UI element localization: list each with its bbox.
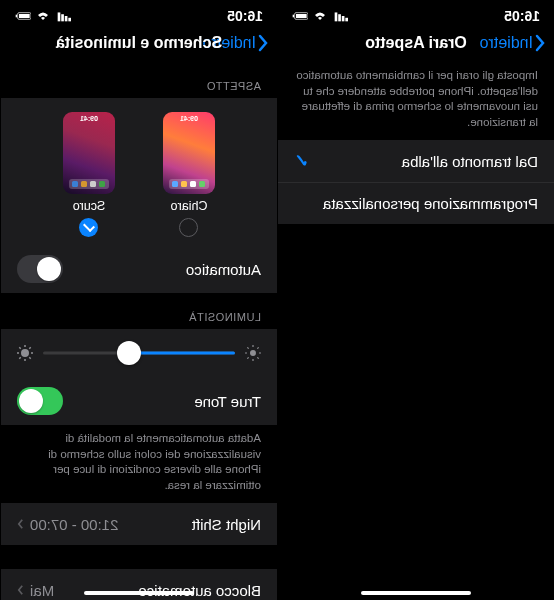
svg-rect-6 [293, 15, 294, 18]
svg-rect-13 [16, 15, 17, 18]
svg-rect-3 [335, 12, 338, 21]
svg-rect-12 [19, 14, 30, 18]
sun-large-icon [17, 345, 33, 361]
automatic-toggle[interactable] [17, 255, 63, 283]
option-sunset-sunrise[interactable]: Dal tramonto all'alba ✓ [278, 140, 554, 182]
svg-line-29 [19, 357, 20, 358]
svg-point-14 [250, 350, 256, 356]
status-time: 16:05 [504, 8, 540, 24]
nightshift-row[interactable]: Night Shift 21:00 - 07:00 [1, 503, 277, 545]
section-header-aspetto: ASPETTO [1, 62, 277, 98]
back-button[interactable]: Indietro [203, 34, 269, 52]
brightness-row [1, 329, 277, 377]
svg-line-20 [247, 357, 248, 358]
radio-light[interactable] [180, 218, 199, 237]
svg-line-19 [257, 347, 258, 348]
status-time: 16:05 [227, 8, 263, 24]
chevron-right-icon [17, 518, 24, 530]
svg-line-30 [29, 357, 30, 358]
option-custom-schedule[interactable]: Programmazione personalizzata [278, 182, 554, 224]
status-icons [15, 10, 71, 22]
svg-rect-10 [58, 12, 61, 21]
light-mock: 09:41 [163, 112, 215, 194]
svg-rect-8 [65, 16, 68, 21]
checkmark-icon: ✓ [294, 150, 309, 172]
automatic-row: Automatico [1, 245, 277, 293]
home-indicator[interactable] [84, 591, 194, 595]
svg-line-31 [19, 347, 20, 348]
svg-line-21 [257, 357, 258, 358]
home-indicator[interactable] [361, 591, 471, 595]
svg-rect-2 [338, 14, 341, 21]
truetone-row: True Tone [1, 377, 277, 425]
truetone-description: Adatta automaticamente la modalità di vi… [1, 425, 277, 503]
sun-small-icon [245, 345, 261, 361]
status-icons [292, 10, 348, 22]
svg-rect-9 [61, 14, 64, 21]
truetone-toggle[interactable] [17, 387, 63, 415]
appearance-option-light[interactable]: 09:41 Chiaro [163, 112, 215, 237]
svg-rect-5 [296, 14, 307, 18]
section-description: Imposta gli orari per il cambiamento aut… [278, 62, 554, 140]
svg-rect-1 [342, 16, 345, 21]
svg-rect-7 [68, 18, 71, 22]
dark-mock: 09:41 [63, 112, 115, 194]
appearance-option-dark[interactable]: 09:41 Scuro [63, 112, 115, 237]
svg-rect-0 [345, 18, 348, 22]
svg-line-22 [247, 347, 248, 348]
section-header-luminosita: LUMINOSITÀ [1, 293, 277, 329]
autolock-row[interactable]: Blocco automatico Mai [1, 569, 277, 600]
svg-point-23 [21, 349, 29, 357]
brightness-slider[interactable] [43, 341, 235, 365]
svg-line-28 [29, 347, 30, 348]
chevron-right-icon [17, 584, 24, 596]
back-button[interactable]: Indietro [480, 34, 546, 52]
radio-dark[interactable] [80, 218, 99, 237]
appearance-picker: 09:41 Chiaro 09:41 Scuro [1, 98, 277, 245]
